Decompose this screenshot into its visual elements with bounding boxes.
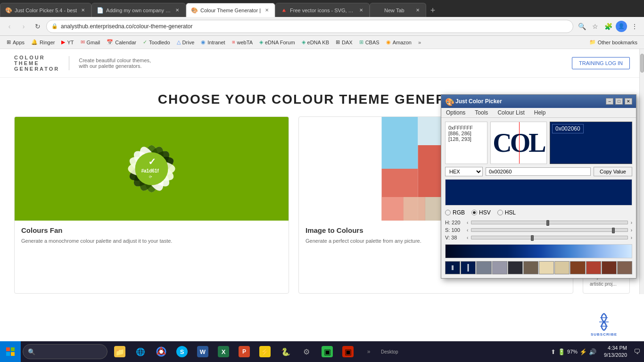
taskbar-green-app[interactable]: ▣ [317, 341, 338, 362]
swatch-3[interactable] [476, 261, 491, 274]
taskbar-word[interactable]: W [192, 341, 213, 362]
picker-slider-v-track[interactable] [471, 236, 627, 239]
taskbar-snake[interactable]: 🐍 [275, 341, 296, 362]
taskbar-clock[interactable]: 4:34 PM 9/13/2020 [600, 343, 631, 361]
address-bar[interactable]: 🔒 analysthub.enterprisedna.co/colour-the… [46, 20, 573, 33]
other-bookmarks[interactable]: 📁 Other bookmarks [586, 38, 640, 46]
tab-2[interactable]: 📄 Adding my own company b... ✕ [91, 3, 186, 17]
taskbar-edge[interactable]: 🌐 [130, 341, 151, 362]
picker-close-button[interactable]: ✕ [625, 98, 632, 105]
taskbar-skype[interactable]: S [172, 341, 192, 362]
picker-slider-s-right[interactable]: › [631, 228, 632, 233]
taskbar-search[interactable]: 🔍 [23, 344, 107, 359]
tab-3-close[interactable]: ✕ [264, 7, 270, 14]
profile-icon[interactable]: 👤 [616, 21, 627, 32]
bookmark-edna-forum[interactable]: ◈ eDNA Forum [256, 38, 298, 46]
refresh-button[interactable]: ↻ [32, 21, 43, 32]
swatch-2[interactable] [461, 261, 476, 274]
picker-format-select[interactable]: HEX RGB HSV [445, 167, 483, 176]
taskbar-powerbi[interactable]: ⚡ [255, 341, 275, 362]
subscribe-button[interactable]: SUBSCRIBE [590, 310, 618, 338]
bookmark-intranet[interactable]: ◉ Intranet [198, 38, 228, 46]
bookmark-webta[interactable]: ⊞ webTA [229, 39, 256, 46]
bookmark-yt[interactable]: ▶ YT [58, 38, 76, 46]
extensions-icon[interactable]: 🧩 [603, 21, 614, 32]
network-icon[interactable]: ⬆ [551, 348, 556, 355]
picker-slider-v-thumb[interactable] [531, 235, 534, 241]
swatch-8[interactable] [554, 261, 570, 274]
tab-4[interactable]: 🔺 Free vector icons - SVG, PS... ✕ [275, 3, 370, 17]
picker-radio-rgb[interactable]: RGB [445, 209, 465, 216]
swatch-12[interactable] [617, 261, 632, 274]
taskbar-more[interactable]: » [358, 341, 379, 362]
bookmark-dax[interactable]: ⊞ DAX [333, 38, 355, 46]
menu-icon[interactable]: ⋮ [629, 21, 640, 32]
search-icon[interactable]: 🔍 [576, 21, 587, 32]
picker-hex-input[interactable] [486, 167, 591, 176]
bookmark-apps[interactable]: ⊞ Apps [4, 38, 27, 46]
picker-slider-s-left[interactable]: ‹ [467, 228, 468, 233]
swatch-6[interactable] [523, 261, 538, 274]
training-login-button[interactable]: TRAINING LOG IN [572, 57, 630, 69]
tab-4-close[interactable]: ✕ [358, 7, 364, 14]
taskbar-red-app[interactable]: ▣ [338, 341, 358, 362]
tab-2-close[interactable]: ✕ [174, 7, 181, 14]
picker-menu-help[interactable]: Help [529, 108, 551, 117]
bookmark-ringer[interactable]: 🔔 Ringer [28, 38, 58, 46]
swatch-11[interactable] [602, 261, 617, 274]
battery-icon[interactable]: 🔋 [558, 348, 565, 355]
notifications-icon[interactable]: 🗨 [632, 348, 642, 355]
tab-1-close[interactable]: ✕ [80, 7, 86, 14]
picker-slider-s-track[interactable] [471, 228, 627, 232]
scrollbar[interactable] [639, 49, 644, 294]
start-button[interactable] [0, 341, 21, 362]
picker-minimize-button[interactable]: – [606, 98, 613, 105]
bookmark-drive[interactable]: △ Drive [174, 38, 198, 46]
picker-slider-s-thumb[interactable] [612, 228, 615, 233]
tab-1[interactable]: 🎨 Just Color Picker 5.4 - best ✕ [0, 3, 91, 17]
picker-copy-button[interactable]: Copy Value [594, 167, 632, 176]
more-bookmarks-button[interactable]: » [415, 39, 424, 46]
power-icon[interactable]: ⚡ [579, 348, 587, 355]
bookmark-edna-kb[interactable]: ◈ eDNA KB [299, 38, 332, 46]
picker-slider-h-track[interactable] [471, 221, 627, 224]
new-tab-button[interactable]: + [426, 4, 439, 17]
forward-button[interactable]: › [18, 21, 29, 32]
picker-slider-v-right[interactable]: › [631, 235, 632, 240]
taskbar-powerpoint[interactable]: P [234, 341, 255, 362]
back-button[interactable]: ‹ [4, 21, 15, 32]
picker-menu-tools[interactable]: Tools [470, 108, 493, 117]
bookmark-amazon[interactable]: ◉ Amazon [383, 38, 414, 46]
swatch-9[interactable] [570, 261, 585, 274]
tab-5-close[interactable]: ✕ [414, 7, 421, 14]
picker-slider-h-left[interactable]: ‹ [467, 220, 468, 225]
swatch-10[interactable] [586, 261, 601, 274]
picker-radio-hsl[interactable]: HSL [497, 209, 516, 216]
taskbar-excel[interactable]: X [213, 341, 234, 362]
taskbar-file-explorer[interactable]: 📁 [109, 341, 130, 362]
picker-slider-h-right[interactable]: › [631, 220, 632, 225]
swatch-4[interactable] [492, 261, 507, 274]
picker-menu-colour-list[interactable]: Colour List [493, 108, 529, 117]
bookmark-cbas[interactable]: ⊞ CBAS [356, 38, 382, 46]
picker-slider-h-thumb[interactable] [546, 220, 549, 226]
picker-menu-options[interactable]: Options [441, 108, 470, 117]
picker-slider-v-left[interactable]: ‹ [467, 235, 468, 240]
bookmark-toodledo[interactable]: ✓ Toodledo [140, 38, 173, 46]
swatch-1[interactable] [445, 261, 460, 274]
taskbar-chrome[interactable] [151, 341, 172, 362]
scrollbar-thumb[interactable] [640, 54, 644, 73]
tab-5[interactable]: New Tab ✕ [370, 3, 426, 17]
bookmark-calendar[interactable]: 📅 Calendar [104, 38, 139, 46]
swatch-7[interactable] [539, 261, 554, 274]
picker-maximize-button[interactable]: □ [615, 98, 623, 105]
bookmark-gmail[interactable]: ✉ Gmail [78, 38, 103, 46]
tab-3-active[interactable]: 🎨 Colour Theme Generator | ✕ [186, 3, 275, 17]
picker-radio-hsv[interactable]: HSV [471, 209, 491, 216]
speaker-icon[interactable]: 🔊 [589, 348, 596, 355]
bookmark-icon[interactable]: ☆ [589, 21, 601, 32]
swatch-5[interactable] [508, 261, 523, 274]
colours-fan-card[interactable]: ✓ #a1d61f ⟳ Colours Fan Generate a monoc… [14, 116, 289, 294]
taskbar-settings[interactable]: ⚙ [296, 341, 317, 362]
show-desktop-button[interactable]: Desktop [379, 349, 400, 354]
